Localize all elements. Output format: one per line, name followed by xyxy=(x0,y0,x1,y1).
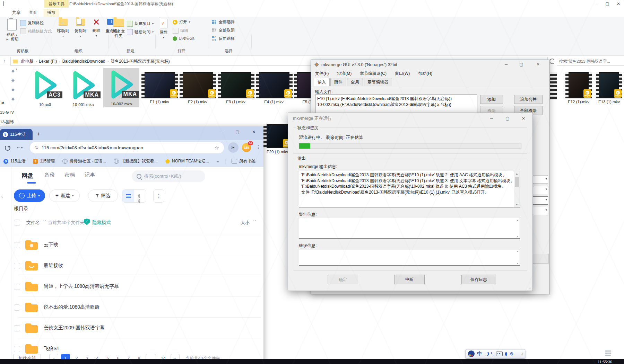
breadcrumb-item[interactable]: Lexar (F:) xyxy=(37,59,58,64)
file-tile[interactable]: ▶Player E13 (1).mkv xyxy=(593,69,624,104)
scroll-down-icon[interactable]: ▼ xyxy=(514,202,520,207)
copy-path-button[interactable]: 复制路径 xyxy=(20,20,44,26)
breadcrumb-item[interactable]: BaiduNetdiskDownload xyxy=(61,59,107,64)
quick-access-toolbar-icon[interactable] xyxy=(3,1,4,6)
combobox-partial[interactable] xyxy=(533,207,548,215)
file-tile[interactable]: ▶Player E12 (1).mkv xyxy=(563,69,594,104)
column-size[interactable]: 大小 xyxy=(241,220,250,226)
new-folder-button[interactable]: 新建 文件夹 xyxy=(110,19,128,38)
file-tile[interactable]: AC3 10.ac3 xyxy=(27,69,63,107)
file-tile[interactable]: ▶Player E2 (1).mkv xyxy=(180,69,216,104)
save-log-button[interactable]: 保存日志 xyxy=(461,275,496,284)
folder-row[interactable]: 说不出的爱.1080高清双语 xyxy=(0,297,263,318)
bookmark-star-icon[interactable]: ☆ xyxy=(215,145,219,151)
tab-wangpan[interactable]: 网盘 xyxy=(21,172,33,180)
nav-item[interactable]: 13-国韩 xyxy=(0,119,14,125)
tab-jishi[interactable]: 记事 xyxy=(85,172,95,178)
open-button[interactable]: ▶ 打开▾ xyxy=(173,19,190,25)
row-checkbox[interactable] xyxy=(14,325,20,331)
ime-mic-icon[interactable] xyxy=(505,352,507,356)
ime-settings-icon[interactable]: ⚙ xyxy=(510,351,514,356)
file-tile[interactable]: ▶Player E3 (1).mkv xyxy=(218,69,254,104)
button-partial[interactable] xyxy=(531,254,549,264)
input-file-item[interactable]: 10-002.mka (F:\BaiduNetdiskDownload\鲨鱼20… xyxy=(317,102,475,108)
ime-chinese-mode[interactable]: 中 xyxy=(477,351,482,357)
append-button[interactable]: 追加合并 xyxy=(514,95,543,104)
tab-beifen[interactable]: 备份 xyxy=(44,172,55,178)
dialog-minimize-icon[interactable]: ─ xyxy=(486,116,497,122)
pin-icon[interactable] xyxy=(11,88,15,91)
bookmark-item[interactable]: 【新提醒】我爱看... xyxy=(114,158,158,164)
refresh-icon[interactable] xyxy=(549,59,555,64)
folder-row[interactable]: 尚道，上学去 1080高清韩语无字幕 xyxy=(0,276,263,297)
menu-chapter-editor[interactable]: 章节编辑器(C) xyxy=(360,71,387,77)
dialog-close-icon[interactable]: ✕ xyxy=(518,116,529,122)
bookmark-item[interactable]: 5115生活 xyxy=(3,158,25,164)
tab-play[interactable]: 播放 xyxy=(44,9,59,17)
site-info-icon[interactable]: ⇅ xyxy=(35,145,38,150)
sidebar-expand-icon[interactable]: › xyxy=(1,195,3,199)
row-checkbox[interactable] xyxy=(14,263,20,269)
tab-chapter-editor[interactable]: 章节编辑器 xyxy=(364,78,392,86)
sort-icon[interactable]: ▲▼ xyxy=(42,220,46,222)
browser-maximize-icon[interactable]: ▢ xyxy=(232,128,243,136)
url-bar[interactable]: ⇅ 115.com/?cid=0&offset=0&tab=&mode=wang… xyxy=(30,142,224,153)
invert-selection-button[interactable]: 反向选择 xyxy=(212,36,235,41)
115-extension-icon[interactable]: 115 30 xyxy=(242,143,251,152)
ime-moon-icon[interactable] xyxy=(484,352,488,356)
browser-menu-icon[interactable]: ⋮ xyxy=(256,144,261,150)
row-checkbox[interactable] xyxy=(14,242,20,248)
tab-attachments[interactable]: 附件 xyxy=(330,78,346,86)
maximize-icon[interactable]: ▢ xyxy=(602,0,613,8)
folder-row[interactable]: 最近接收 xyxy=(0,255,263,276)
properties-button[interactable]: ✓ 属性▾ xyxy=(157,19,171,39)
row-checkbox[interactable] xyxy=(14,304,20,311)
select-all-checkbox[interactable] xyxy=(14,220,20,226)
edit-button[interactable]: 编辑 xyxy=(173,28,188,34)
more-actions-icon[interactable]: ⋮ xyxy=(153,189,164,203)
scroll-up-icon[interactable]: ▲ xyxy=(517,219,519,221)
ime-logo-icon[interactable] xyxy=(468,350,475,357)
row-checkbox[interactable] xyxy=(14,346,20,352)
sort-icon[interactable]: ▲▼ xyxy=(252,220,257,222)
hidden-mode-shield-icon[interactable]: ✓ xyxy=(84,219,90,225)
bookmark-item[interactable]: 5115管理 xyxy=(33,158,55,164)
pin-icon[interactable] xyxy=(11,79,15,82)
add-button[interactable]: 添加 xyxy=(480,95,503,104)
browser-tab[interactable]: 5 115生活 xyxy=(0,129,33,140)
tab-share[interactable]: 共享 xyxy=(9,9,24,17)
tab-midang[interactable]: 密档 xyxy=(64,172,75,178)
combobox-partial[interactable] xyxy=(533,196,548,205)
column-name[interactable]: 文件名 xyxy=(26,220,40,226)
scroll-down-icon[interactable]: ▼ xyxy=(517,235,519,238)
combobox-partial[interactable] xyxy=(533,176,548,184)
scrollbar[interactable]: ▲ ▼ xyxy=(514,171,520,207)
browser-close-icon[interactable]: ✕ xyxy=(248,128,259,136)
scrollbar-up-icon[interactable]: ▴ xyxy=(16,68,17,70)
copy-to-button[interactable]: 复制到▾ xyxy=(71,19,89,38)
file-tile[interactable]: ▶Player E1 (1).mkv xyxy=(141,69,177,104)
move-to-button[interactable]: ← 移动到▾ xyxy=(54,19,72,38)
new-tab-icon[interactable]: + xyxy=(37,131,40,137)
gui-minimize-icon[interactable]: ─ xyxy=(501,62,511,68)
dialog-maximize-icon[interactable]: ▢ xyxy=(502,116,513,122)
scroll-up-icon[interactable]: ▲ xyxy=(514,171,520,176)
input-file-item[interactable]: E10 (1).mkv (F:\BaiduNetdiskDownload\鲨鱼2… xyxy=(317,96,475,102)
tray-icon[interactable] xyxy=(605,350,611,357)
folder-row[interactable]: 云下载 xyxy=(0,234,263,255)
new-item-button[interactable]: 新建项目▾ xyxy=(127,21,154,27)
menu-window[interactable]: 窗口(W) xyxy=(395,71,410,77)
upload-button[interactable]: ↑ 上传▾ xyxy=(14,189,45,202)
explorer-search-input[interactable]: 搜索"鲨鱼2013-国韩双语字... xyxy=(557,57,624,66)
gui-close-icon[interactable]: ✕ xyxy=(533,62,543,68)
hidden-mode-toggle[interactable]: 隐藏模式 xyxy=(92,220,111,226)
scroll-up-icon[interactable]: ▲ xyxy=(517,250,519,252)
row-checkbox[interactable] xyxy=(14,284,20,290)
scroll-thumb[interactable] xyxy=(515,177,519,187)
pin-icon[interactable] xyxy=(11,98,15,101)
back-icon[interactable]: ←▾ xyxy=(16,144,23,150)
output-textarea[interactable]: 'F:\BaiduNetdiskDownload\鲨鱼2013-国韩双语字幕(无… xyxy=(299,171,520,207)
menu-help[interactable]: 帮助(H) xyxy=(418,71,432,77)
scissors-extension-icon[interactable]: ✂ xyxy=(228,142,239,153)
bookmark-item[interactable]: 慢慢游社区 - 国语... xyxy=(62,158,106,164)
